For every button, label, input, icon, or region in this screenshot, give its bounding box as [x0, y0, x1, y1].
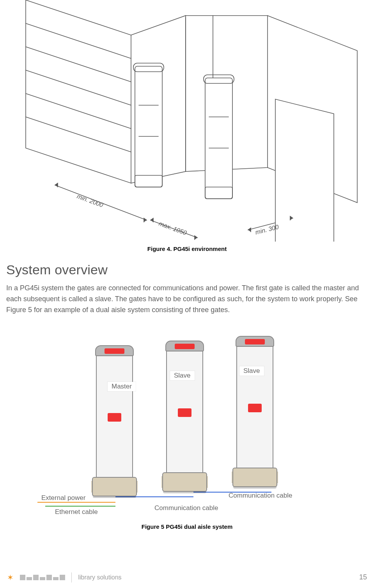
figure-5-canvas: Master Slave Slave External power Ethern… — [6, 327, 368, 530]
page-footer: ✶ library solutions 15 — [0, 566, 374, 588]
brand-logo: ✶ — [7, 574, 65, 581]
cable-ethernet — [45, 506, 115, 507]
gate-slave-1-label: Slave — [170, 371, 195, 380]
footer-subtext: library solutions — [78, 574, 121, 581]
svg-rect-15 — [205, 78, 232, 199]
figure-5-caption: Figure 5 PG45i dual aisle system — [6, 523, 368, 530]
label-ethernet-cable: Ethernet cable — [55, 508, 98, 516]
logo-blocks-icon — [20, 575, 65, 580]
cable-comm-1 — [115, 496, 193, 497]
cable-external-power — [37, 502, 115, 503]
gate-slave-2-label: Slave — [239, 366, 264, 376]
gate-master-label: Master — [108, 382, 136, 391]
svg-marker-3 — [26, 0, 131, 183]
figure-5: Master Slave Slave External power Ethern… — [6, 327, 368, 530]
svg-rect-9 — [275, 99, 334, 242]
system-overview-paragraph: In a PG45i system the gates are connecte… — [6, 283, 368, 316]
svg-rect-10 — [135, 66, 162, 187]
figure-4: min. 2000 max. 1050 min. 300 — [6, 0, 368, 242]
label-external-power: External power — [41, 494, 85, 502]
dim-min-2000: min. 2000 — [76, 193, 104, 208]
label-comm-cable-2: Communication cable — [229, 492, 292, 500]
gate-slave-2 — [236, 337, 273, 486]
page-number: 15 — [359, 573, 367, 581]
dim-max-1050: max. 1050 — [158, 220, 188, 237]
footer-divider — [71, 572, 72, 583]
gate-master — [96, 347, 133, 495]
figure-4-caption: Figure 4. PG45i environment — [6, 245, 368, 252]
heading-system-overview: System overview — [6, 262, 368, 277]
page: min. 2000 max. 1050 min. 300 Figure 4. P… — [0, 0, 374, 588]
gate-slave-1 — [166, 342, 203, 490]
star-icon: ✶ — [7, 574, 14, 581]
figure-4-svg: min. 2000 max. 1050 min. 300 — [18, 0, 369, 242]
label-comm-cable-1: Communication cable — [154, 504, 218, 512]
